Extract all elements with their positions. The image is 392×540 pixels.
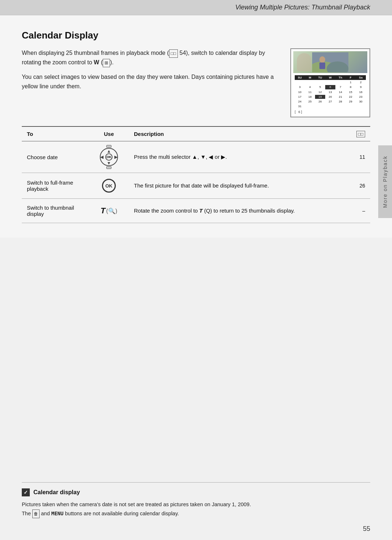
- row3-desc-text: Rotate the zoom control to T (Q) to retu…: [134, 207, 295, 214]
- t-zoom-icon: T (🔍): [94, 206, 124, 215]
- arrow-right: ▶: [114, 154, 118, 160]
- calendar-image: [293, 51, 367, 73]
- ok-circle: OK: [102, 179, 116, 193]
- ok-text: OK: [105, 183, 113, 189]
- arrow-down: ▼: [107, 161, 111, 166]
- cal-header-row: SU M TU W Th F Sa: [295, 75, 366, 80]
- intro-text: When displaying 25 thumbnail frames in p…: [22, 48, 279, 96]
- arrow-left: ◀: [100, 154, 103, 160]
- cal-day-m: M: [305, 76, 315, 80]
- arrow-up: ▲: [107, 149, 111, 154]
- note-line1: Pictures taken when the camera's date is…: [22, 500, 370, 509]
- note-checkmark-icon: ✓: [22, 488, 30, 496]
- row1-to: Choose date: [22, 141, 89, 173]
- row2-description: The first picture for that date will be …: [129, 173, 351, 199]
- cal-day-f: F: [346, 76, 356, 80]
- trash-icon-ref: 🗑: [32, 509, 40, 518]
- top-icon: [106, 145, 111, 148]
- multiselector-icon: ▲ ▼ ◀ ▶ OK: [99, 147, 119, 167]
- table-row: Switch to thumbnaildisplay T (🔍) Rotate …: [22, 199, 370, 223]
- col-header-use: Use: [89, 126, 129, 141]
- cal-week-2: 3 4 5 6 7 8 9: [295, 85, 366, 89]
- cal-day-w: W: [325, 76, 335, 80]
- table-header-row: To Use Description □□: [22, 126, 370, 141]
- reference-table: To Use Description □□ Choose date ▲: [22, 126, 370, 223]
- row3-description: Rotate the zoom control to T (Q) to retu…: [129, 199, 351, 223]
- ok-label: OK: [106, 155, 111, 159]
- cal-day-sa: Sa: [356, 76, 366, 80]
- calendar-preview: SU M TU W Th F Sa 1 2: [290, 48, 370, 117]
- cal-week-6: 31: [295, 104, 366, 109]
- cal-footer: [ 6 ]: [293, 109, 367, 114]
- col-header-ref: □□: [351, 126, 371, 141]
- cal-day-tu: TU: [315, 76, 325, 80]
- cal-week-5: 24 25 26 27 28 29 30: [295, 99, 366, 104]
- note-title-row: ✓ Calendar display: [22, 488, 370, 496]
- cal-week-3: 10 11 12 13 14 15 16: [295, 90, 366, 94]
- svg-rect-4: [319, 63, 325, 69]
- page-number: 55: [363, 525, 370, 533]
- cal-day-th: Th: [335, 76, 346, 80]
- intro-paragraph-1: When displaying 25 thumbnail frames in p…: [22, 48, 279, 67]
- bottom-icon: [106, 166, 111, 169]
- row1-use: ▲ ▼ ◀ ▶ OK: [89, 141, 129, 173]
- svg-point-3: [319, 56, 325, 63]
- row2-desc-text: The first picture for that date will be …: [134, 182, 269, 189]
- note-title-text: Calendar display: [33, 489, 80, 496]
- header-ref-icon: □□: [356, 131, 366, 137]
- w-icon-ref: ⊞: [103, 59, 110, 67]
- header-title: Viewing Multiple Pictures: Thumbnail Pla…: [235, 4, 370, 11]
- note-body: Pictures taken when the camera's date is…: [22, 500, 370, 518]
- main-content: Calendar Display When displaying 25 thum…: [0, 15, 392, 238]
- ok-button-icon: OK: [94, 179, 124, 193]
- row1-description: Press the multi selector ▲, ▼, ◀ or ▶.: [129, 141, 351, 173]
- col-header-description: Description: [129, 126, 351, 141]
- note-container: ✓ Calendar display Pictures taken when t…: [22, 482, 370, 518]
- page-title: Calendar Display: [22, 30, 370, 41]
- note-line2: The 🗑 and MENU buttons are not available…: [22, 509, 370, 518]
- row1-ref: 11: [351, 141, 371, 173]
- row3-ref: –: [351, 199, 371, 223]
- page-ref-54: □□: [169, 49, 178, 58]
- calendar-grid: SU M TU W Th F Sa 1 2: [293, 74, 367, 109]
- cal-week-1: 1 2: [295, 80, 366, 85]
- t-letter: T: [101, 206, 105, 215]
- header-bar: Viewing Multiple Pictures: Thumbnail Pla…: [0, 0, 392, 15]
- cal-week-4: 17 18 19 20 21 22 23: [295, 94, 366, 99]
- row1-desc-text: Press the multi selector ▲, ▼, ◀ or ▶.: [134, 154, 227, 160]
- menu-code: MENU: [51, 511, 64, 516]
- cal-day-su: SU: [295, 76, 305, 80]
- preview-image-svg: [312, 52, 348, 72]
- table-row: Switch to full-frameplayback OK The firs…: [22, 173, 370, 199]
- w-label: W: [94, 59, 99, 65]
- row3-use: T (🔍): [89, 199, 129, 223]
- row2-use: OK: [89, 173, 129, 199]
- row2-to: Switch to full-frameplayback: [22, 173, 89, 199]
- sidebar-label: More on Playback: [382, 156, 388, 208]
- col-header-to: To: [22, 126, 89, 141]
- row3-to: Switch to thumbnaildisplay: [22, 199, 89, 223]
- bottom-note: ✓ Calendar display Pictures taken when t…: [22, 482, 370, 518]
- intro-paragraph-2: You can select images to view based on t…: [22, 72, 279, 91]
- t-bold-ref: T: [199, 207, 203, 214]
- row2-ref: 26: [351, 173, 371, 199]
- sidebar-tab: More on Playback: [378, 145, 392, 218]
- ok-center: OK: [105, 153, 113, 161]
- q-symbol: (🔍): [106, 207, 117, 214]
- intro-section: When displaying 25 thumbnail frames in p…: [22, 48, 370, 117]
- table-row: Choose date ▲ ▼ ◀ ▶ OK: [22, 141, 370, 173]
